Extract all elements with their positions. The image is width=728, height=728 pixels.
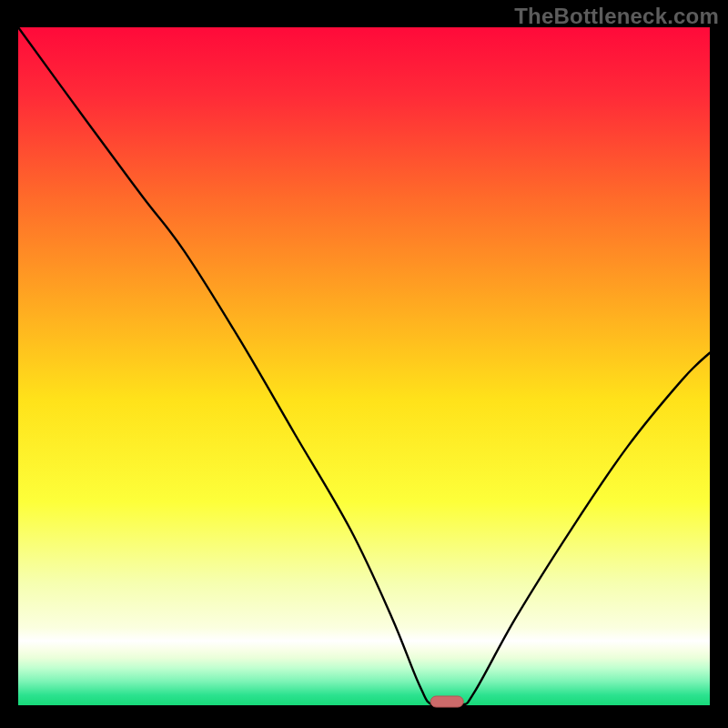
optimal-marker — [430, 696, 463, 707]
plot-background — [18, 27, 710, 705]
chart-frame: TheBottleneck.com — [0, 0, 728, 728]
bottleneck-chart — [0, 0, 728, 728]
watermark-text: TheBottleneck.com — [514, 4, 719, 29]
